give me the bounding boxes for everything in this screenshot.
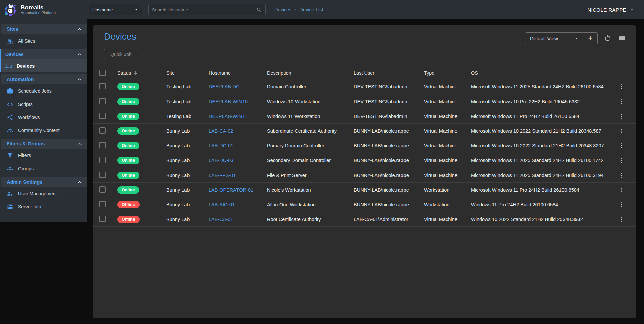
search-icon[interactable] [256,7,262,13]
filter-list-icon[interactable] [186,70,192,76]
kebab-icon[interactable] [618,83,625,90]
table-row[interactable]: Online Bunny Lab LAB-OPERATOR-01 Nicole'… [93,183,636,197]
sidebar-section-header-devices[interactable]: Devices [1,49,87,59]
row-checkbox[interactable] [99,142,106,148]
kebab-icon[interactable] [618,187,625,193]
filter-list-icon[interactable] [446,70,452,76]
sidebar-section-header-filters-groups[interactable]: Filters & Groups [1,139,87,149]
breadcrumb-devices[interactable]: Devices [274,7,292,12]
row-checkbox[interactable] [99,186,106,193]
chevron-up-icon[interactable] [77,179,83,185]
description-cell: All-in-One Workstation [267,202,354,207]
breadcrumb-device-list[interactable]: Device List [300,7,323,12]
kebab-icon[interactable] [618,142,625,149]
hostname-link[interactable]: LAB-AIO-01 [209,202,235,207]
select-all-checkbox[interactable] [99,70,106,76]
sidebar-item-server-info[interactable]: Server Info [1,200,87,213]
column-header-last-user[interactable]: Last User [354,70,424,76]
row-checkbox[interactable] [99,157,106,163]
sidebar-section-header-sites[interactable]: Sites [1,24,87,34]
sidebar-section-header-automation[interactable]: Automation [1,74,87,84]
hostname-link[interactable]: LAB-CA-02 [209,128,233,134]
column-header-hostname[interactable]: Hostname [209,70,267,76]
hostname-link[interactable]: DEEPLAB-DC [209,84,240,89]
sidebar-item-filters[interactable]: Filters [1,149,87,162]
site-cell: Bunny Lab [166,128,209,134]
search-field-selector[interactable]: Hostname [89,4,142,15]
sidebar-item-user-management[interactable]: User Management [1,187,87,200]
table-row[interactable]: Online Bunny Lab LAB-FPS-01 File & Print… [93,168,636,183]
row-checkbox[interactable] [99,83,106,89]
description-cell: Primary Domain Controller [267,143,354,148]
sidebar-item-community-content[interactable]: Community Content [1,124,87,137]
sidebar-section-header-admin-settings[interactable]: Admin Settings [1,177,87,187]
sidebar-item-scripts[interactable]: Scripts [1,98,87,111]
hostname-link[interactable]: DEEPLAB-WIN11 [209,114,247,119]
table-row[interactable]: Online Bunny Lab LAB-DC-03 Secondary Dom… [93,153,636,168]
status-badge: Online [117,83,139,90]
last-user-cell: DEV-TESTING\labadmin [354,114,424,119]
column-header-description[interactable]: Description [267,70,354,76]
row-checkbox[interactable] [99,127,106,134]
kebab-icon[interactable] [618,98,625,105]
table-row[interactable]: Online Testing Lab DEEPLAB-WIN10 Windows… [93,94,636,109]
sidebar-item-scheduled-jobs[interactable]: Scheduled Jobs [1,84,87,98]
kebab-icon[interactable] [618,128,625,134]
hostname-link[interactable]: LAB-DC-03 [209,158,233,163]
kebab-icon[interactable] [618,172,625,179]
filter-list-icon[interactable] [489,70,495,76]
view-selector[interactable]: Default View [525,33,583,44]
hostname-link[interactable]: LAB-CA-01 [209,217,233,222]
hostname-link[interactable]: LAB-OPERATOR-01 [209,187,253,193]
kebab-icon[interactable] [618,113,625,120]
hostname-link[interactable]: LAB-FPS-01 [209,173,236,178]
search-box[interactable] [148,4,266,15]
type-cell: Virtual Machine [424,217,471,222]
chevron-up-icon[interactable] [77,26,83,32]
sidebar-item-all-sites[interactable]: All Sites [1,34,87,47]
kebab-icon[interactable] [618,216,625,223]
os-cell: Microsoft Windows 11 2025 Standard 24H2 … [471,173,618,178]
sidebar-item-label: Scheduled Jobs [18,88,52,94]
user-menu[interactable]: NICOLE RAPPE [587,7,635,13]
site-cell: Testing Lab [166,99,209,104]
table-row[interactable]: Online Testing Lab DEEPLAB-DC Domain Con… [93,79,636,94]
sidebar-item-groups[interactable]: Groups [1,162,87,175]
column-header-status[interactable]: Status [117,70,166,76]
site-cell: Testing Lab [166,84,209,89]
filter-list-icon[interactable] [386,70,392,76]
refresh-button[interactable] [604,34,612,42]
hostname-link[interactable]: LAB-DC-01 [209,143,233,148]
table-row[interactable]: Online Bunny Lab LAB-CA-02 Subordinate C… [93,124,636,138]
groups-icon [7,165,13,172]
table-row[interactable]: Online Testing Lab DEEPLAB-WIN11 Windows… [93,109,636,124]
row-checkbox[interactable] [99,172,106,178]
row-checkbox[interactable] [99,201,106,207]
table-row[interactable]: Online Bunny Lab LAB-DC-01 Primary Domai… [93,138,636,153]
sidebar-item-workflows[interactable]: Workflows [1,111,87,124]
filter-list-icon[interactable] [242,70,248,76]
kebab-icon[interactable] [618,201,625,208]
sidebar-item-devices[interactable]: Devices [1,59,87,72]
hostname-link[interactable]: DEEPLAB-WIN10 [209,99,248,104]
row-checkbox[interactable] [99,113,106,119]
search-input[interactable] [152,7,256,12]
chevron-up-icon[interactable] [77,141,83,147]
os-cell: Microsoft Windows 10 2022 Standard 21H2 … [471,128,618,134]
column-header-os[interactable]: OS [471,70,618,76]
row-checkbox[interactable] [99,98,106,104]
filter-list-icon[interactable] [303,70,309,76]
column-header-type[interactable]: Type [424,70,471,76]
quick-job-button[interactable]: Quick Job [104,49,138,59]
add-view-button[interactable]: + [583,33,597,44]
table-row[interactable]: Offline Bunny Lab LAB-AIO-01 All-in-One … [93,197,636,212]
row-checkbox[interactable] [99,216,106,222]
column-header-site[interactable]: Site [166,70,209,76]
sort-arrow-down-icon[interactable] [133,70,138,76]
chevron-up-icon[interactable] [77,77,83,82]
table-row[interactable]: Offline Bunny Lab LAB-CA-01 Root Certifi… [93,212,636,227]
chevron-up-icon[interactable] [77,52,83,57]
kebab-icon[interactable] [618,157,625,164]
filter-list-icon[interactable] [150,70,156,76]
columns-button[interactable] [618,34,626,42]
